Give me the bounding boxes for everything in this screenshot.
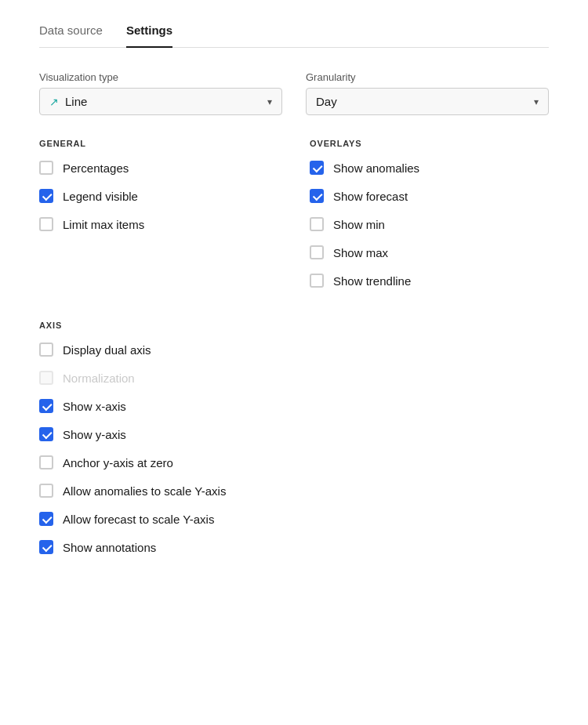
checkbox-normalization-label: Normalization — [63, 372, 135, 385]
checkbox-allow-forecast-scale-input[interactable] — [39, 512, 53, 526]
checkbox-limit-max-items-input[interactable] — [39, 217, 53, 231]
checkbox-show-anomalies-input[interactable] — [310, 161, 324, 175]
top-form-row: Visualization type ↗ Line Bar Area Scatt… — [39, 71, 549, 115]
checkbox-allow-forecast-scale[interactable]: Allow forecast to scale Y-axis — [39, 512, 278, 526]
checkbox-allow-anomalies-scale-input[interactable] — [39, 484, 53, 498]
checkbox-anchor-y-axis-zero-input[interactable] — [39, 455, 53, 469]
checkbox-show-forecast[interactable]: Show forecast — [310, 189, 549, 203]
checkbox-show-x-axis-label: Show x-axis — [63, 400, 126, 413]
checkbox-show-y-axis-label: Show y-axis — [63, 428, 126, 441]
checkbox-anchor-y-axis-zero-label: Anchor y-axis at zero — [63, 456, 173, 469]
granularity-label: Granularity — [306, 71, 549, 83]
checkbox-show-max-label: Show max — [333, 246, 388, 259]
checkbox-show-annotations[interactable]: Show annotations — [39, 540, 278, 554]
checkbox-allow-anomalies-scale[interactable]: Allow anomalies to scale Y-axis — [39, 484, 278, 498]
settings-panel: Data source Settings Visualization type … — [0, 0, 588, 592]
granularity-group: Granularity Day Hour Week Month ▾ — [306, 71, 549, 115]
checkbox-normalization: Normalization — [39, 371, 278, 385]
checkbox-show-forecast-label: Show forecast — [333, 190, 408, 203]
checkbox-show-x-axis[interactable]: Show x-axis — [39, 399, 278, 413]
checkbox-allow-anomalies-scale-label: Allow anomalies to scale Y-axis — [63, 484, 226, 498]
general-overlays-row: GENERAL Percentages Legend visible Limit… — [39, 139, 549, 302]
tab-settings[interactable]: Settings — [126, 24, 172, 48]
visualization-type-input[interactable]: Line Bar Area Scatter — [65, 95, 267, 108]
checkbox-show-y-axis[interactable]: Show y-axis — [39, 427, 278, 441]
checkbox-show-annotations-input[interactable] — [39, 540, 53, 554]
checkbox-limit-max-items[interactable]: Limit max items — [39, 217, 278, 231]
checkbox-legend-visible-label: Legend visible — [63, 190, 138, 203]
checkbox-anchor-y-axis-zero[interactable]: Anchor y-axis at zero — [39, 455, 278, 469]
checkbox-display-dual-axis-input[interactable] — [39, 343, 53, 357]
checkbox-allow-forecast-scale-label: Allow forecast to scale Y-axis — [63, 513, 214, 526]
checkbox-percentages-label: Percentages — [63, 161, 129, 175]
checkbox-legend-visible[interactable]: Legend visible — [39, 189, 278, 203]
checkbox-display-dual-axis[interactable]: Display dual axis — [39, 343, 278, 357]
granularity-select[interactable]: Day Hour Week Month ▾ — [306, 88, 549, 115]
general-section: GENERAL Percentages Legend visible Limit… — [39, 139, 294, 302]
checkbox-show-x-axis-input[interactable] — [39, 399, 53, 413]
general-heading: GENERAL — [39, 139, 278, 148]
visualization-type-label: Visualization type — [39, 71, 282, 83]
axis-row: AXIS Display dual axis Normalization Sho… — [39, 321, 549, 568]
checkbox-display-dual-axis-label: Display dual axis — [63, 343, 151, 357]
axis-heading: AXIS — [39, 321, 278, 330]
axis-right-empty — [294, 321, 549, 568]
chevron-down-icon: ▾ — [267, 96, 272, 107]
checkbox-show-trendline[interactable]: Show trendline — [310, 274, 549, 288]
checkbox-show-max[interactable]: Show max — [310, 245, 549, 259]
checkbox-show-anomalies[interactable]: Show anomalies — [310, 161, 549, 175]
checkbox-legend-visible-input[interactable] — [39, 189, 53, 203]
checkbox-show-min-input[interactable] — [310, 217, 324, 231]
checkbox-limit-max-items-label: Limit max items — [63, 218, 144, 231]
visualization-type-group: Visualization type ↗ Line Bar Area Scatt… — [39, 71, 282, 115]
overlays-section: OVERLAYS Show anomalies Show forecast Sh… — [294, 139, 549, 302]
tab-bar: Data source Settings — [39, 24, 549, 48]
tab-data-source[interactable]: Data source — [39, 24, 103, 48]
checkbox-show-min-label: Show min — [333, 218, 385, 231]
axis-section: AXIS Display dual axis Normalization Sho… — [39, 321, 294, 568]
overlays-heading: OVERLAYS — [310, 139, 549, 148]
chevron-down-icon: ▾ — [534, 96, 539, 107]
visualization-type-select[interactable]: ↗ Line Bar Area Scatter ▾ — [39, 88, 282, 115]
checkbox-show-trendline-label: Show trendline — [333, 274, 411, 288]
line-chart-icon: ↗ — [49, 96, 59, 108]
checkbox-show-anomalies-label: Show anomalies — [333, 161, 419, 175]
checkbox-show-forecast-input[interactable] — [310, 189, 324, 203]
checkbox-show-annotations-label: Show annotations — [63, 541, 156, 554]
checkbox-show-trendline-input[interactable] — [310, 274, 324, 288]
checkbox-normalization-input — [39, 371, 53, 385]
checkbox-percentages-input[interactable] — [39, 161, 53, 175]
checkbox-percentages[interactable]: Percentages — [39, 161, 278, 175]
checkbox-show-y-axis-input[interactable] — [39, 427, 53, 441]
granularity-input[interactable]: Day Hour Week Month — [316, 95, 534, 108]
checkbox-show-min[interactable]: Show min — [310, 217, 549, 231]
checkbox-show-max-input[interactable] — [310, 245, 324, 259]
